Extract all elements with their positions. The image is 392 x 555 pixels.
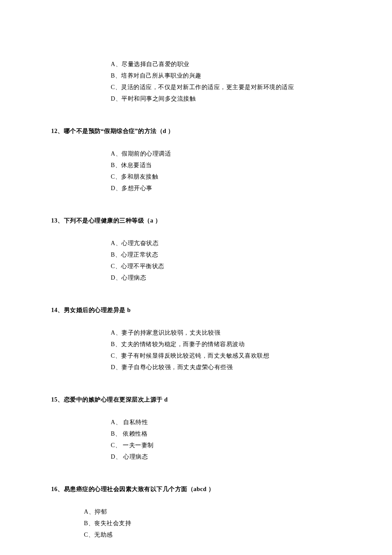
q15-option-a: A、 自私特性 (111, 418, 341, 427)
q12-option-c: C、多和朋友接触 (111, 172, 341, 181)
q14-option-a: A、妻子的持家意识比较弱，丈夫比较强 (111, 328, 341, 337)
q12-option-b: B、休息要适当 (111, 161, 341, 170)
q13-option-a: A、心理亢奋状态 (111, 239, 341, 248)
q16-option-a: A、抑郁 (84, 507, 341, 516)
q11-option-c: C、灵活的适应，不仅是对新工作的适应，更主要是对新环境的适应 (111, 83, 341, 92)
q11-option-b: B、培养对自己所从事职业的兴趣 (111, 71, 341, 80)
q14-stem: 14、男女婚后的心理差异是 b (51, 306, 341, 315)
q15-option-c: C、 一夫一妻制 (111, 441, 341, 450)
q13-option-d: D、心理病态 (111, 273, 341, 282)
q15-option-b: B、 依赖性格 (111, 429, 341, 438)
q11-options: A、尽量选择自己喜爱的职业 B、培养对自己所从事职业的兴趣 C、灵活的适应，不仅… (111, 60, 341, 103)
q12-option-d: D、多想开心事 (111, 184, 341, 193)
q12-stem: 12、哪个不是预防“假期综合症”的方法（d ） (51, 127, 341, 136)
q14-options: A、妻子的持家意识比较弱，丈夫比较强 B、丈夫的情绪较为稳定，而妻子的情绪容易波… (111, 328, 341, 372)
q13-option-c: C、心理不平衡状态 (111, 262, 341, 271)
q15-options: A、 自私特性 B、 依赖性格 C、 一夫一妻制 D、 心理病态 (111, 418, 341, 461)
q15-option-d: D、 心理病态 (111, 452, 341, 461)
q14-option-d: D、妻子自尊心比较强，而丈夫虚荣心有些强 (111, 363, 341, 372)
q14-option-b: B、丈夫的情绪较为稳定，而妻子的情绪容易波动 (111, 340, 341, 349)
q16-stem: 16、易患癌症的心理社会因素大致有以下几个方面（abcd ） (51, 485, 341, 494)
q13-option-b: B、心理正常状态 (111, 250, 341, 259)
q11-option-a: A、尽量选择自己喜爱的职业 (111, 60, 341, 69)
q12-options: A、假期前的心理调适 B、休息要适当 C、多和朋友接触 D、多想开心事 (111, 149, 341, 193)
q13-stem: 13、下列不是心理健康的三种等级（a ） (51, 216, 341, 225)
q15-stem: 15、恋爱中的嫉妒心理在更深层次上源于 d (51, 395, 341, 404)
document-page: A、尽量选择自己喜爱的职业 B、培养对自己所从事职业的兴趣 C、灵活的适应，不仅… (0, 0, 392, 555)
q13-options: A、心理亢奋状态 B、心理正常状态 C、心理不平衡状态 D、心理病态 (111, 239, 341, 282)
q16-option-c: C、无助感 (84, 530, 341, 539)
q16-option-b: B、丧失社会支持 (84, 519, 341, 528)
q12-option-a: A、假期前的心理调适 (111, 149, 341, 158)
q16-options: A、抑郁 B、丧失社会支持 C、无助感 (84, 507, 341, 539)
q14-option-c: C、妻子有时候显得反映比较迟钝，而丈夫敏感又喜欢联想 (111, 351, 341, 360)
q11-option-d: D、平时和同事之间多交流接触 (111, 94, 341, 103)
